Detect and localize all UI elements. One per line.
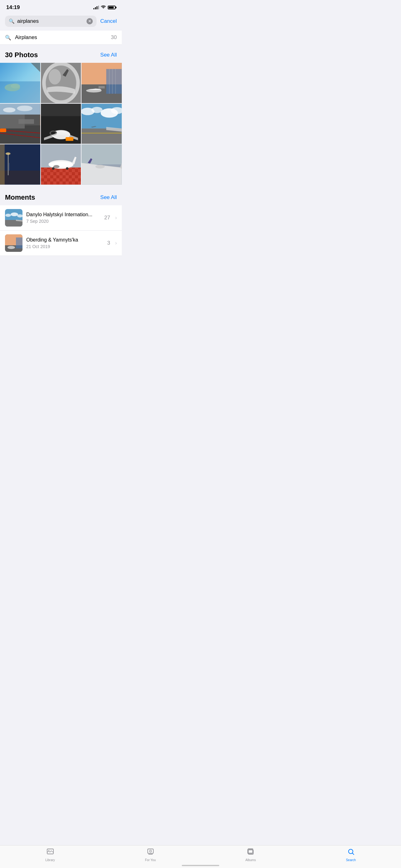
svg-rect-46 [8, 154, 9, 175]
photo-cell-3[interactable] [81, 63, 122, 103]
photo-cell-5[interactable] [41, 104, 81, 144]
photo-cell-4[interactable] [0, 104, 40, 144]
status-time: 14:19 [6, 4, 20, 11]
svg-rect-73 [16, 238, 23, 248]
svg-rect-11 [106, 69, 122, 94]
moments-list: Danylo Halytskyi Internation... 7 Sep 20… [0, 205, 122, 256]
moments-see-all-button[interactable]: See All [100, 194, 117, 200]
svg-rect-57 [52, 163, 66, 165]
moment-count-1: 27 [104, 215, 110, 221]
photo-cell-6[interactable] [81, 104, 122, 144]
chevron-icon-2: › [115, 240, 117, 246]
moments-title: Moments [5, 193, 35, 202]
svg-rect-42 [0, 144, 40, 172]
svg-rect-3 [0, 81, 40, 103]
search-bar-container: 🔍 airplanes ✕ Cancel [0, 13, 122, 31]
moments-section: Moments See All Danylo Halytskyi Interna… [0, 187, 122, 256]
moment-thumb-2 [5, 234, 23, 252]
photo-cell-7[interactable] [0, 144, 40, 185]
svg-point-47 [6, 153, 11, 155]
svg-rect-22 [19, 119, 34, 124]
moment-date-2: 21 Oct 2019 [26, 244, 103, 249]
svg-point-6 [45, 65, 76, 101]
moments-section-header: Moments See All [0, 187, 122, 205]
svg-rect-32 [66, 137, 73, 141]
svg-rect-16 [99, 86, 105, 88]
svg-point-25 [3, 107, 15, 113]
moment-title-2: Oberding & Yamnyts'ka [26, 237, 103, 243]
search-suggestion-row[interactable]: 🔍 Airplanes 30 [0, 31, 122, 45]
svg-rect-23 [0, 128, 6, 132]
moment-item-1[interactable]: Danylo Halytskyi Internation... 7 Sep 20… [0, 205, 122, 230]
svg-rect-62 [81, 144, 122, 164]
photo-cell-2[interactable] [41, 63, 81, 103]
moment-item-2[interactable]: Oberding & Yamnyts'ka 21 Oct 2019 3 › [0, 230, 122, 256]
moment-count-2: 3 [107, 240, 110, 246]
wifi-icon [101, 5, 106, 10]
cancel-button[interactable]: Cancel [100, 18, 117, 24]
svg-point-59 [52, 167, 54, 170]
signal-icon [93, 6, 99, 9]
moment-info-1: Danylo Halytskyi Internation... 7 Sep 20… [26, 212, 101, 224]
svg-point-60 [66, 167, 68, 170]
battery-icon [108, 6, 115, 9]
svg-point-68 [11, 213, 18, 216]
status-icons [93, 5, 115, 10]
suggestion-count: 30 [111, 34, 117, 41]
moment-thumb-1 [5, 209, 23, 226]
moment-date-1: 7 Sep 2020 [26, 219, 101, 224]
search-suggestion-icon: 🔍 [5, 35, 11, 41]
svg-rect-45 [0, 170, 40, 185]
svg-point-7 [48, 69, 61, 84]
search-icon: 🔍 [9, 19, 15, 24]
photo-grid [0, 63, 122, 185]
svg-point-74 [7, 246, 15, 249]
chevron-icon-1: › [115, 215, 117, 221]
svg-point-26 [17, 105, 32, 111]
photo-cell-1[interactable] [0, 63, 40, 103]
svg-rect-51 [41, 168, 81, 185]
status-bar: 14:19 [0, 0, 122, 13]
photo-cell-8[interactable] [41, 144, 81, 185]
clear-search-button[interactable]: ✕ [87, 18, 93, 24]
svg-point-64 [96, 165, 105, 169]
suggestion-text: Airplanes [15, 34, 107, 41]
photos-see-all-button[interactable]: See All [100, 52, 117, 58]
moment-info-2: Oberding & Yamnyts'ka 21 Oct 2019 [26, 237, 103, 249]
svg-rect-28 [41, 116, 81, 144]
search-query[interactable]: airplanes [17, 18, 87, 24]
photos-section-header: 30 Photos See All [0, 45, 122, 63]
photos-count-title: 30 Photos [5, 51, 38, 59]
moment-title-1: Danylo Halytskyi Internation... [26, 212, 101, 217]
photo-cell-9[interactable] [81, 144, 122, 185]
svg-point-67 [5, 214, 11, 217]
